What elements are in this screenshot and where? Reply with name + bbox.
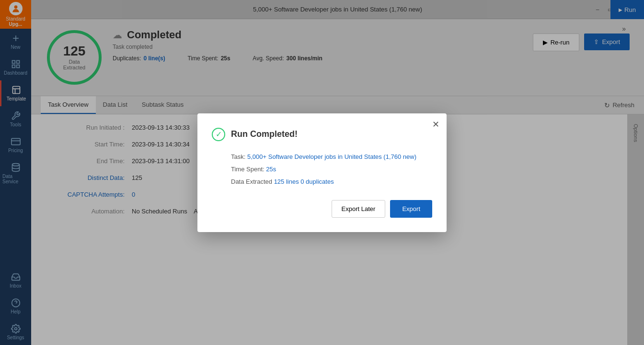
modal-overlay: ✕ ✓ Run Completed! Task: 5,000+ Software… [0,0,644,345]
modal-footer: Export Later Export [212,200,432,218]
modal-time-row: Time Spent: 25s [231,163,432,176]
modal-data-label: Data Extracted [231,178,272,185]
export-modal-button[interactable]: Export [390,200,432,218]
modal: ✕ ✓ Run Completed! Task: 5,000+ Software… [197,113,447,232]
check-icon: ✓ [212,128,225,141]
export-later-button[interactable]: Export Later [332,200,386,218]
modal-task-value: 5,000+ Software Developer jobs in United… [247,153,416,160]
modal-title: Run Completed! [231,129,298,139]
modal-task-label: Task: [231,153,245,160]
export-modal-label: Export [402,205,420,212]
modal-close-button[interactable]: ✕ [432,119,439,130]
modal-data-row: Data Extracted 125 lines 0 duplicates [231,176,432,188]
modal-task-row: Task: 5,000+ Software Developer jobs in … [231,151,432,163]
modal-time-label: Time Spent: [231,166,264,173]
modal-time-value: 25s [266,166,276,173]
modal-body: Task: 5,000+ Software Developer jobs in … [212,151,432,188]
modal-header: ✓ Run Completed! [212,128,432,141]
export-later-label: Export Later [342,205,376,212]
modal-data-value: 125 lines 0 duplicates [274,178,334,185]
